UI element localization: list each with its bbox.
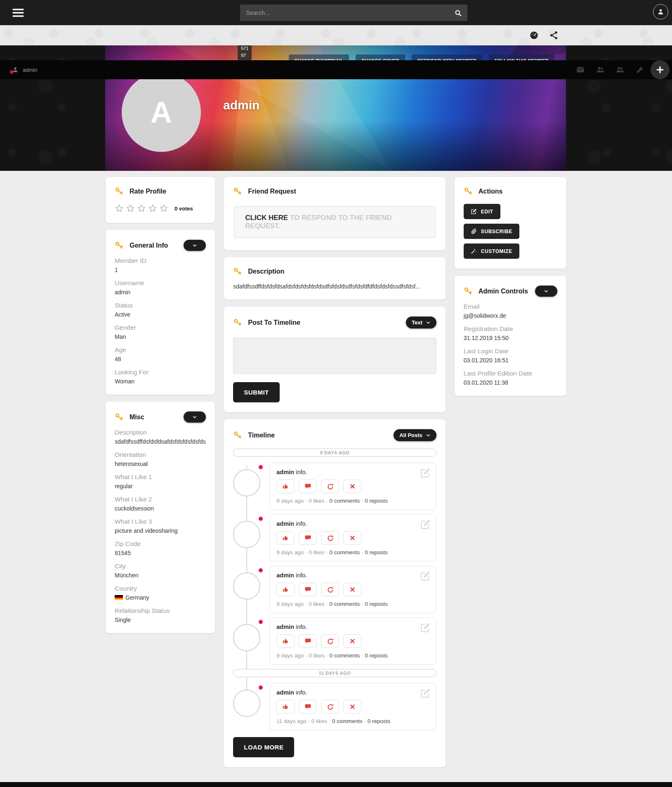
comments-link[interactable]: 0 comments	[330, 498, 360, 504]
germany-flag-icon	[115, 595, 123, 600]
post-edit-icon[interactable]	[420, 688, 431, 699]
friends-icon[interactable]	[596, 65, 605, 74]
key-icon	[464, 187, 472, 196]
reposts-link[interactable]: 0 reposts	[365, 601, 388, 607]
star-icon[interactable]	[115, 204, 124, 213]
subscribe-button[interactable]: SUBSCRIBE	[464, 224, 519, 239]
avatar-circle[interactable]	[233, 624, 260, 651]
field-label: Age	[115, 346, 206, 354]
repost-button[interactable]	[321, 700, 339, 714]
star-icon[interactable]	[126, 204, 135, 213]
thumb-up-button[interactable]	[276, 634, 295, 648]
avatar-circle[interactable]	[233, 690, 260, 717]
repost-button[interactable]	[321, 480, 339, 493]
collapse-toggle[interactable]	[184, 411, 206, 423]
post-author[interactable]: admin	[276, 469, 294, 475]
edit-icon	[471, 208, 477, 215]
messenger-icon[interactable]	[576, 65, 585, 74]
account-button[interactable]	[653, 4, 668, 19]
comment-button[interactable]	[299, 700, 317, 714]
avatar-circle[interactable]	[233, 572, 260, 600]
repost-button[interactable]	[321, 531, 339, 545]
vote-count-badge: 571 97	[238, 44, 252, 60]
post-author[interactable]: admin	[276, 689, 294, 696]
collapse-toggle[interactable]	[535, 286, 557, 297]
edit-button[interactable]: EDIT	[464, 204, 500, 219]
comments-link[interactable]: 0 comments	[330, 549, 360, 555]
post-edit-icon[interactable]	[420, 571, 431, 581]
comments-link[interactable]: 0 comments	[330, 601, 360, 607]
comment-button[interactable]	[299, 634, 317, 648]
reposts-link[interactable]: 0 reposts	[365, 549, 388, 555]
delete-button[interactable]	[343, 583, 361, 596]
post-author[interactable]: admin	[276, 520, 294, 527]
post-type-selector[interactable]: Text	[406, 317, 436, 329]
tools-icon[interactable]	[635, 65, 644, 74]
reposts-link[interactable]: 0 reposts	[365, 652, 388, 659]
star-icon[interactable]	[159, 204, 168, 213]
comments-link[interactable]: 0 comments	[330, 652, 360, 659]
actions-card: Actions EDITSUBSCRIBECUSTOMIZE	[455, 177, 566, 269]
timeline-filter[interactable]: All Posts	[394, 429, 436, 441]
meta-separator: ·	[363, 718, 368, 724]
star-icon[interactable]	[148, 204, 157, 213]
card-title: Rate Profile	[130, 188, 166, 195]
post-edit-icon[interactable]	[420, 468, 431, 478]
likes-count: 0 likes	[309, 549, 324, 555]
delete-button[interactable]	[343, 634, 361, 648]
submit-button[interactable]: SUBMIT	[233, 382, 280, 402]
admin-controls-card: Admin Controls Emailjg@solidworx.deRegis…	[455, 276, 566, 396]
repost-button[interactable]	[321, 583, 339, 596]
thumb-up-button[interactable]	[276, 583, 295, 596]
reposts-link[interactable]: 0 reposts	[365, 498, 388, 504]
delete-icon	[349, 483, 356, 490]
post-edit-icon[interactable]	[420, 622, 431, 633]
customize-button[interactable]: CUSTOMIZE	[464, 243, 519, 259]
comment-button[interactable]	[299, 531, 317, 545]
comment-button[interactable]	[299, 583, 317, 596]
avatar[interactable]: A	[122, 73, 201, 152]
reposts-link[interactable]: 0 reposts	[368, 718, 391, 724]
thumb-up-button[interactable]	[276, 531, 295, 545]
add-button[interactable]	[651, 60, 670, 79]
thumb-up-button[interactable]	[276, 700, 295, 714]
post-author[interactable]: admin	[276, 572, 294, 579]
profile-page: CHANGE THUMBNAILCHANGE COVERBEFRIEND WIT…	[0, 0, 672, 787]
avatar-circle[interactable]	[233, 469, 260, 496]
menu-icon[interactable]	[12, 6, 25, 19]
groups-icon[interactable]	[615, 65, 625, 74]
timeline-item: admin info.11 days ago · 0 likes · 0 com…	[233, 683, 436, 730]
star-icon[interactable]	[137, 204, 146, 213]
post-time: 11 days ago	[276, 718, 307, 724]
meta-separator: ·	[360, 498, 365, 504]
post-edit-icon[interactable]	[420, 519, 431, 530]
description-text: sdafdfssdffdsfdsfdsafdsfdsfdsfdsfdsdfsfd…	[233, 283, 436, 290]
action-button-label: SUBSCRIBE	[481, 229, 512, 234]
field-value: heterosexual	[115, 461, 206, 467]
delete-button[interactable]	[343, 480, 361, 493]
general-info-card: General Info Member ID1UsernameadminStat…	[106, 230, 215, 395]
comments-link[interactable]: 0 comments	[332, 718, 363, 724]
post-title: admin info.	[276, 469, 429, 475]
post-author[interactable]: admin	[276, 624, 294, 630]
repost-button[interactable]	[321, 634, 339, 648]
search-button[interactable]	[448, 5, 467, 21]
post-textarea[interactable]	[233, 338, 436, 374]
repost-icon	[327, 703, 334, 710]
thumb-up-icon	[282, 586, 289, 593]
collapse-toggle[interactable]	[184, 240, 206, 251]
delete-button[interactable]	[343, 531, 361, 545]
friend-request-cta[interactable]: CLICK HERE TO RESPOND TO THE FRIEND REQU…	[234, 206, 436, 238]
post-time: 9 days ago	[276, 549, 304, 555]
thumb-up-button[interactable]	[276, 480, 295, 493]
unread-dot	[259, 465, 263, 469]
dashboard-icon[interactable]	[529, 31, 539, 40]
avatar-circle[interactable]	[233, 521, 260, 548]
profile-bar-icons	[576, 65, 644, 74]
load-more-button[interactable]: LOAD MORE	[233, 737, 294, 757]
profile-bar-user[interactable]: admin	[12, 66, 37, 73]
comment-button[interactable]	[299, 480, 317, 493]
search-input[interactable]	[240, 9, 448, 16]
delete-button[interactable]	[343, 700, 361, 714]
share-icon[interactable]	[549, 31, 559, 40]
